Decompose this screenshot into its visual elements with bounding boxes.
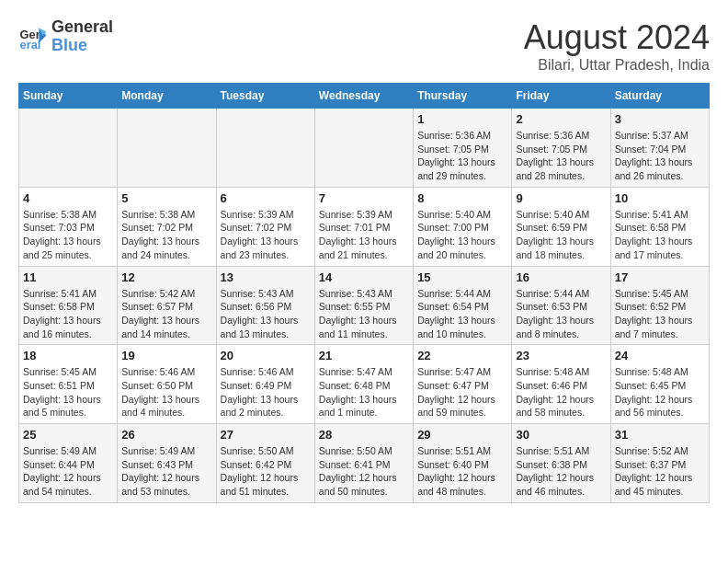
cell-day-number: 15	[417, 270, 507, 284]
calendar-cell: 6Sunrise: 5:39 AM Sunset: 7:02 PM Daylig…	[216, 187, 314, 266]
cell-day-info: Sunrise: 5:36 AM Sunset: 7:05 PM Dayligh…	[516, 129, 606, 183]
cell-day-number: 9	[516, 191, 606, 205]
cell-day-number: 30	[516, 428, 606, 442]
cell-day-info: Sunrise: 5:48 AM Sunset: 6:46 PM Dayligh…	[516, 365, 606, 419]
title-block: August 2024 Bilari, Uttar Pradesh, India	[524, 18, 710, 74]
calendar-title: August 2024	[524, 18, 710, 57]
cell-day-info: Sunrise: 5:40 AM Sunset: 7:00 PM Dayligh…	[417, 208, 507, 262]
logo-text-blue: Blue	[51, 37, 113, 55]
cell-day-info: Sunrise: 5:46 AM Sunset: 6:49 PM Dayligh…	[221, 365, 311, 419]
calendar-week-4: 18Sunrise: 5:45 AM Sunset: 6:51 PM Dayli…	[19, 345, 710, 424]
calendar-cell: 30Sunrise: 5:51 AM Sunset: 6:38 PM Dayli…	[512, 424, 610, 503]
cell-day-number: 16	[516, 270, 606, 284]
calendar-cell: 16Sunrise: 5:44 AM Sunset: 6:53 PM Dayli…	[512, 266, 610, 345]
cell-day-number: 19	[121, 349, 211, 362]
cell-day-info: Sunrise: 5:41 AM Sunset: 6:58 PM Dayligh…	[615, 208, 705, 262]
cell-day-info: Sunrise: 5:39 AM Sunset: 7:01 PM Dayligh…	[319, 208, 409, 262]
cell-day-number: 2	[516, 112, 606, 126]
cell-day-info: Sunrise: 5:45 AM Sunset: 6:51 PM Dayligh…	[23, 365, 113, 419]
cell-day-info: Sunrise: 5:42 AM Sunset: 6:57 PM Dayligh…	[121, 287, 211, 341]
cell-day-info: Sunrise: 5:52 AM Sunset: 6:37 PM Dayligh…	[615, 444, 705, 499]
cell-day-number: 18	[23, 349, 113, 362]
calendar-cell: 9Sunrise: 5:40 AM Sunset: 6:59 PM Daylig…	[512, 187, 610, 266]
cell-day-info: Sunrise: 5:50 AM Sunset: 6:41 PM Dayligh…	[319, 444, 409, 499]
calendar-cell: 27Sunrise: 5:50 AM Sunset: 6:42 PM Dayli…	[216, 424, 314, 503]
cell-day-info: Sunrise: 5:43 AM Sunset: 6:55 PM Dayligh…	[319, 287, 409, 341]
weekday-header-row: SundayMondayTuesdayWednesdayThursdayFrid…	[19, 84, 710, 109]
calendar-cell	[314, 109, 413, 188]
cell-day-info: Sunrise: 5:38 AM Sunset: 7:02 PM Dayligh…	[121, 208, 211, 262]
calendar-cell: 31Sunrise: 5:52 AM Sunset: 6:37 PM Dayli…	[610, 424, 709, 503]
calendar-cell: 15Sunrise: 5:44 AM Sunset: 6:54 PM Dayli…	[414, 266, 512, 345]
cell-day-info: Sunrise: 5:47 AM Sunset: 6:47 PM Dayligh…	[417, 365, 507, 419]
cell-day-number: 13	[221, 270, 311, 284]
calendar-cell	[118, 109, 216, 188]
cell-day-info: Sunrise: 5:49 AM Sunset: 6:43 PM Dayligh…	[121, 444, 211, 499]
cell-day-number: 20	[221, 349, 311, 362]
cell-day-number: 1	[417, 112, 507, 126]
calendar-cell: 12Sunrise: 5:42 AM Sunset: 6:57 PM Dayli…	[118, 266, 216, 345]
calendar-cell: 10Sunrise: 5:41 AM Sunset: 6:58 PM Dayli…	[610, 187, 709, 266]
cell-day-info: Sunrise: 5:48 AM Sunset: 6:45 PM Dayligh…	[615, 365, 705, 419]
calendar-cell: 25Sunrise: 5:49 AM Sunset: 6:44 PM Dayli…	[19, 424, 118, 503]
calendar-cell: 17Sunrise: 5:45 AM Sunset: 6:52 PM Dayli…	[610, 266, 709, 345]
cell-day-number: 31	[615, 428, 705, 442]
weekday-header-wednesday: Wednesday	[314, 84, 413, 109]
cell-day-info: Sunrise: 5:40 AM Sunset: 6:59 PM Dayligh…	[516, 208, 606, 262]
calendar-cell: 18Sunrise: 5:45 AM Sunset: 6:51 PM Dayli…	[19, 345, 118, 424]
calendar-cell: 21Sunrise: 5:47 AM Sunset: 6:48 PM Dayli…	[314, 345, 413, 424]
cell-day-info: Sunrise: 5:36 AM Sunset: 7:05 PM Dayligh…	[417, 129, 507, 183]
cell-day-number: 12	[121, 270, 211, 284]
calendar-cell: 1Sunrise: 5:36 AM Sunset: 7:05 PM Daylig…	[414, 109, 512, 188]
cell-day-number: 3	[615, 112, 705, 126]
cell-day-info: Sunrise: 5:43 AM Sunset: 6:56 PM Dayligh…	[221, 287, 311, 341]
cell-day-number: 6	[221, 191, 311, 205]
cell-day-number: 25	[23, 428, 113, 442]
cell-day-info: Sunrise: 5:39 AM Sunset: 7:02 PM Dayligh…	[221, 208, 311, 262]
calendar-cell: 4Sunrise: 5:38 AM Sunset: 7:03 PM Daylig…	[19, 187, 118, 266]
weekday-header-tuesday: Tuesday	[216, 84, 314, 109]
calendar-cell	[19, 109, 118, 188]
cell-day-info: Sunrise: 5:49 AM Sunset: 6:44 PM Dayligh…	[23, 444, 113, 499]
cell-day-number: 29	[417, 428, 507, 442]
cell-day-info: Sunrise: 5:37 AM Sunset: 7:04 PM Dayligh…	[615, 129, 705, 183]
cell-day-number: 10	[615, 191, 705, 205]
weekday-header-sunday: Sunday	[19, 84, 118, 109]
weekday-header-friday: Friday	[512, 84, 610, 109]
cell-day-number: 23	[516, 349, 606, 362]
cell-day-info: Sunrise: 5:45 AM Sunset: 6:52 PM Dayligh…	[615, 287, 705, 341]
cell-day-number: 22	[417, 349, 507, 362]
cell-day-info: Sunrise: 5:41 AM Sunset: 6:58 PM Dayligh…	[23, 287, 113, 341]
calendar-cell: 5Sunrise: 5:38 AM Sunset: 7:02 PM Daylig…	[118, 187, 216, 266]
cell-day-info: Sunrise: 5:44 AM Sunset: 6:54 PM Dayligh…	[417, 287, 507, 341]
calendar-week-5: 25Sunrise: 5:49 AM Sunset: 6:44 PM Dayli…	[19, 424, 710, 503]
calendar-cell: 19Sunrise: 5:46 AM Sunset: 6:50 PM Dayli…	[118, 345, 216, 424]
calendar-subtitle: Bilari, Uttar Pradesh, India	[524, 57, 710, 74]
cell-day-number: 26	[121, 428, 211, 442]
calendar-cell: 8Sunrise: 5:40 AM Sunset: 7:00 PM Daylig…	[414, 187, 512, 266]
cell-day-number: 5	[121, 191, 211, 205]
logo-icon: Gen eral	[18, 22, 48, 52]
calendar-cell: 7Sunrise: 5:39 AM Sunset: 7:01 PM Daylig…	[314, 187, 413, 266]
calendar-cell: 23Sunrise: 5:48 AM Sunset: 6:46 PM Dayli…	[512, 345, 610, 424]
cell-day-info: Sunrise: 5:51 AM Sunset: 6:38 PM Dayligh…	[516, 444, 606, 499]
logo-text-general: General	[51, 17, 113, 36]
cell-day-number: 24	[615, 349, 705, 362]
cell-day-number: 7	[319, 191, 409, 205]
calendar-table: SundayMondayTuesdayWednesdayThursdayFrid…	[18, 83, 710, 503]
cell-day-info: Sunrise: 5:50 AM Sunset: 6:42 PM Dayligh…	[221, 444, 311, 499]
cell-day-number: 28	[319, 428, 409, 442]
calendar-cell: 14Sunrise: 5:43 AM Sunset: 6:55 PM Dayli…	[314, 266, 413, 345]
cell-day-number: 8	[417, 191, 507, 205]
cell-day-info: Sunrise: 5:38 AM Sunset: 7:03 PM Dayligh…	[23, 208, 113, 262]
weekday-header-monday: Monday	[118, 84, 216, 109]
calendar-cell	[216, 109, 314, 188]
calendar-cell: 2Sunrise: 5:36 AM Sunset: 7:05 PM Daylig…	[512, 109, 610, 188]
calendar-week-1: 1Sunrise: 5:36 AM Sunset: 7:05 PM Daylig…	[19, 109, 710, 188]
calendar-cell: 26Sunrise: 5:49 AM Sunset: 6:43 PM Dayli…	[118, 424, 216, 503]
cell-day-info: Sunrise: 5:51 AM Sunset: 6:40 PM Dayligh…	[417, 444, 507, 499]
calendar-cell: 24Sunrise: 5:48 AM Sunset: 6:45 PM Dayli…	[610, 345, 709, 424]
cell-day-info: Sunrise: 5:46 AM Sunset: 6:50 PM Dayligh…	[121, 365, 211, 419]
calendar-cell: 28Sunrise: 5:50 AM Sunset: 6:41 PM Dayli…	[314, 424, 413, 503]
cell-day-number: 27	[221, 428, 311, 442]
